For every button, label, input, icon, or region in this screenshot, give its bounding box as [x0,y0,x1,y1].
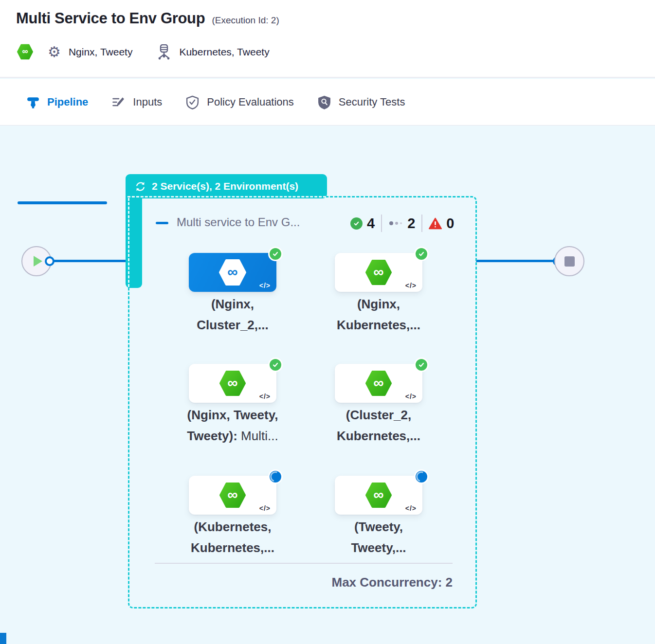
tab-pipeline-label: Pipeline [47,96,88,108]
status-success-icon [414,358,429,372]
status-success-icon [268,247,283,261]
counts-divider [421,215,422,232]
active-tab-underline [18,201,107,204]
start-node-port [45,256,55,266]
matrix-badge: 2 Service(s), 2 Environment(s) [126,174,327,198]
matrix-footer-divider [155,563,453,564]
gear-icon: ⚙ [48,45,61,59]
infinity-glyph: ∞ [373,375,383,391]
harness-hexagon-icon: ∞ [219,259,246,286]
harness-hexagon-icon: ∞ [219,482,246,508]
stage-card-label: (Nginx, Cluster_2,... [155,294,310,336]
tab-pipeline[interactable]: Pipeline [27,96,88,108]
shield-check-icon [186,95,199,109]
environments-label: Kubernetes, Tweety [179,46,269,58]
tabs-bar: Pipeline Inputs Policy Eva [0,79,655,125]
harness-hexagon-icon: ∞ [365,370,392,396]
code-icon: </> [405,282,417,289]
failed-count-icon [429,217,442,230]
stage-card-tweety-tweety[interactable]: ∞ </> [335,476,422,515]
infinity-glyph: ∞ [373,486,383,503]
infinity-glyph: ∞ [227,264,237,280]
stage-card-kubernetes-kubernetes[interactable]: ∞ </> [189,476,276,515]
status-running-icon [414,469,429,484]
edge-start-to-stage [52,260,127,262]
tab-inputs-label: Inputs [133,96,162,108]
matrix-badge-label: 2 Service(s), 2 Environment(s) [152,180,298,192]
infinity-glyph: ∞ [373,264,383,280]
tab-policy-evaluations-label: Policy Evaluations [207,96,294,108]
success-count-icon [350,217,363,230]
execution-meta: ∞ ⚙ Nginx, Tweety Kubernetes, Tweety [17,44,270,60]
pipeline-execution-page: Multi Service to Env Group (Execution Id… [0,0,655,644]
header: Multi Service to Env Group (Execution Id… [0,0,655,78]
page-title: Multi Service to Env Group [16,10,205,27]
infinity-glyph: ∞ [227,486,237,503]
code-icon: </> [259,504,271,512]
harness-hexagon-icon: ∞ [219,370,246,396]
stage-card-nginx-cluster2[interactable]: ∞ </> [189,253,276,292]
stop-icon [564,256,575,267]
counts-divider [381,215,382,232]
code-icon: </> [405,504,417,512]
tab-security-tests-label: Security Tests [339,96,405,108]
stage-card-label: (Tweety, Tweety,... [301,517,456,558]
environments-icon [157,44,171,60]
tab-inputs[interactable]: Inputs [112,96,162,109]
success-count: 4 [367,215,375,232]
edge-stage-to-end [476,260,558,262]
stage-card-cluster2-kubernetes[interactable]: ∞ </> [335,364,422,403]
status-success-icon [414,247,429,261]
infinity-glyph: ∞ [22,47,28,56]
stage-card-label: (Nginx, Tweety, Tweety): Multi... [155,405,310,447]
loop-icon [134,180,146,193]
code-icon: </> [405,393,417,400]
stage-card-nginx-kubernetes[interactable]: ∞ </> [335,253,422,292]
canvas-corner-indicator [0,633,6,644]
failed-count: 0 [446,215,454,232]
running-count-icon [389,221,402,225]
code-icon: </> [259,282,271,289]
stage-status-counts: 4 2 0 [350,215,454,232]
inputs-icon [112,96,125,109]
harness-hexagon-icon: ∞ [365,482,392,508]
harness-cd-icon: ∞ [17,44,33,60]
pipeline-icon [27,96,39,108]
max-concurrency-label: Max Concurrency: 2 [242,575,453,590]
execution-id: (Execution Id: 2) [212,15,279,26]
stage-card-nginx-tweety[interactable]: ∞ </> [189,364,276,403]
tab-policy-evaluations[interactable]: Policy Evaluations [186,95,294,109]
collapse-matrix-button[interactable] [156,222,168,224]
status-running-icon [268,469,283,484]
stage-card-label: (Kubernetes, Kubernetes,... [155,517,310,558]
badge-dash-overlay-h [127,196,326,197]
status-success-icon [268,358,283,372]
stage-card-label: (Cluster_2, Kubernetes,... [301,405,456,447]
badge-dash-overlay-v [128,198,129,287]
title-row: Multi Service to Env Group (Execution Id… [16,10,279,27]
infinity-glyph: ∞ [227,375,237,391]
code-icon: </> [259,393,271,400]
shield-search-icon [318,95,331,109]
services-label: Nginx, Tweety [69,46,133,58]
tab-security-tests[interactable]: Security Tests [318,95,405,109]
running-count: 2 [407,215,415,232]
play-icon [34,256,42,267]
end-node [554,246,584,276]
harness-hexagon-icon: ∞ [365,259,392,286]
stage-title: Multi service to Env G... [177,215,300,229]
stage-card-label: (Nginx, Kubernetes,... [301,294,456,336]
